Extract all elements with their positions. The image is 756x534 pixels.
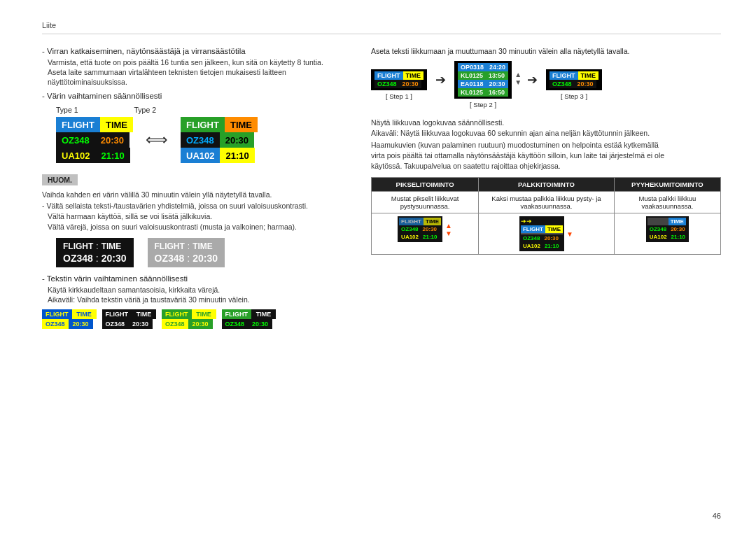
mb2-r2c2: 20:30 (128, 319, 153, 329)
pixel-board1: FLIGHT TIME OZ348 20:30 UA102 (398, 216, 442, 242)
type2-label: Type 2 (134, 106, 157, 114)
type-labels: Type 1 Type 2 (56, 106, 350, 114)
col3-text: Musta palkki liikkuu vaakasuunnassa. (614, 192, 720, 213)
bb1-r2-value: 20:30 (102, 253, 127, 264)
t2-r2c2: 20:30 (220, 132, 254, 148)
mini-boards-row: FLIGHT TIME OZ348 20:30 FLIGHT TIME (42, 309, 350, 329)
pixel-demo-cell: FLIGHT TIME OZ348 20:30 UA102 (372, 213, 479, 255)
s3-r1c1: FLIGHT (550, 71, 578, 80)
content-area: - Virran katkaiseminen, näytönsäästäjä j… (42, 47, 721, 329)
mb3-r1c1: FLIGHT (162, 309, 192, 319)
pb-r3c1: UA102 (521, 242, 542, 250)
mb4-r1c1: FLIGHT (222, 309, 252, 319)
t2-r3c1: UA102 (181, 148, 220, 163)
avoid1: - Vältä sellaista teksti-/taustavärien y… (42, 202, 350, 210)
s1-r1c1: FLIGHT (374, 71, 403, 80)
header: Liite (42, 21, 721, 34)
pyyhekumi-demo-cell: TIME OZ348 20:30 UA102 21:10 (614, 213, 720, 255)
scroll-title: Näytä liikkuvaa logokuvaa säännöllisesti… (371, 118, 721, 127)
mb3-r2c1: OZ348 (162, 319, 188, 329)
mb2-r1c2: TIME (132, 309, 156, 319)
py-r2c1: OZ348 (648, 225, 668, 233)
two-boards-row: FLIGHT : TIME OZ348 : 20:30 FLIGHT : (56, 238, 350, 267)
color-swap-demo: FLIGHT TIME OZ348 20:30 UA102 21:10 ⟺ (56, 117, 350, 163)
pb-r2c2: 20:30 (542, 234, 560, 242)
left-column: - Virran katkaiseminen, näytönsäästäjä j… (42, 47, 350, 329)
mb4-r2c1: OZ348 (222, 319, 248, 329)
palkki-arrows: ▼ (566, 230, 573, 238)
pyy-board: TIME OZ348 20:30 UA102 21:10 (646, 216, 689, 242)
mb2-r1c1: FLIGHT (102, 309, 132, 319)
t2-r3c2: 21:10 (220, 148, 254, 163)
pd-b1-r3c2: 21:10 (421, 233, 439, 241)
col2-text: Kaksi mustaa palkkia liikkuu pysty- ja v… (479, 192, 615, 213)
huom-container: HUOM. (42, 170, 350, 188)
pb-r2c1: OZ348 (521, 234, 542, 242)
pd-b1-r2c2: 20:30 (421, 225, 439, 233)
bb1-r1-value: TIME (102, 241, 122, 251)
s2-r3c2: 20:30 (486, 80, 508, 88)
s3-r2c1: OZ348 (550, 80, 575, 88)
step3-label: [ Step 3 ] (561, 92, 587, 100)
scroll-sub: Aikaväli: Näytä liikkuvaa logokuvaa 60 s… (371, 129, 721, 137)
py-r3c1: UA102 (648, 233, 669, 241)
gray-board: FLIGHT : TIME OZ348 : 20:30 (148, 238, 225, 267)
section3-bullet: - Tekstin värin vaihtaminen säännöllises… (42, 274, 350, 283)
step1-box: FLIGHT TIME OZ348 20:30 [ Step 1 ] (371, 69, 427, 100)
pixel-arrows: ▲ ▼ (445, 222, 452, 237)
scroll-arrows: ▲ ▼ (514, 71, 522, 86)
t1-r3c1: UA102 (56, 148, 95, 163)
avoid3: Vältä värejä, joissa on suuri valoisuusk… (48, 223, 350, 231)
section1-sub2: Aseta laite sammumaan virtalähteen tekni… (48, 68, 350, 76)
col3-header: PYYHEKUMITOIMINTO (614, 178, 720, 192)
py-r0 (648, 218, 668, 225)
arrow-up: ▲ (514, 71, 522, 78)
s2-r4c2: 16:50 (486, 88, 507, 97)
t1-r1c2: TIME (100, 117, 133, 132)
gb-r2-label: OZ348 (155, 253, 185, 264)
s2-r1c2: 24:20 (486, 63, 508, 71)
s2-r4c1: KL0125 (458, 88, 486, 97)
mini-board-2: FLIGHT TIME OZ348 20:30 (102, 309, 157, 329)
step1-board: FLIGHT TIME OZ348 20:30 (371, 69, 427, 90)
bb1-r1-label: FLIGHT (63, 241, 93, 251)
black-board: FLIGHT : TIME OZ348 : 20:30 (56, 238, 134, 267)
pa-up: ▲ (445, 222, 452, 230)
s3-r1c2: TIME (578, 71, 599, 80)
s2-r1c1: OP0318 (458, 63, 486, 71)
step3-box: FLIGHT TIME OZ348 20:30 [ Step 3 ] (546, 69, 602, 100)
bb1-r2-label: OZ348 (63, 253, 93, 264)
s1-r1c2: TIME (403, 71, 424, 80)
step2-label: [ Step 2 ] (470, 101, 496, 108)
t1-r3c2: 21:10 (95, 148, 130, 163)
page: Liite - Virran katkaiseminen, näytönsääs… (0, 0, 756, 534)
s1-r2c1: OZ348 (374, 80, 400, 88)
palkki-board: ➔➔ FLIGHT TIME OZ348 20:30 (519, 216, 564, 251)
pd-b1-r2c1: OZ348 (399, 225, 420, 233)
t1-r2c1: OZ348 (56, 132, 95, 148)
t1-r1c1: FLIGHT (56, 117, 100, 132)
pb-r1c1: FLIGHT (521, 225, 545, 233)
ghost-sub2: käytössä. Takuupalvelua on saatettu rajo… (371, 162, 721, 170)
bb1-r1-colon: : (96, 241, 98, 251)
t2-r1c2: TIME (225, 117, 258, 132)
section3-sub1: Käytä kirkkaudeltaan samantasoisia, kirk… (48, 286, 350, 294)
pd-b1-r1c1: FLIGHT (399, 218, 424, 225)
py-r3c2: 21:10 (669, 233, 687, 241)
t2-r1c1: FLIGHT (181, 117, 225, 132)
col1-header: PIKSELITOIMINTO (372, 178, 479, 192)
mb1-r1c2: TIME (72, 309, 97, 319)
s2-r2c2: 13:50 (486, 71, 507, 80)
s2-r2c1: KL0125 (458, 71, 486, 80)
t1-r2c2: 20:30 (95, 132, 130, 148)
section2-bullet: - Värin vaihtaminen säännöllisesti (42, 92, 350, 100)
bb1-r2-colon: : (96, 253, 99, 264)
py-r1c2: TIME (668, 218, 686, 225)
py-r2c2: 20:30 (668, 225, 687, 233)
arrow-down: ▼ (514, 78, 522, 86)
gb-r1-label: FLIGHT (155, 241, 185, 251)
palkki-demo-cell: ➔➔ FLIGHT TIME OZ348 20:30 (479, 213, 615, 255)
pk-down: ▼ (566, 230, 573, 238)
step3-board: FLIGHT TIME OZ348 20:30 (546, 69, 602, 90)
gb-r1-colon: : (188, 241, 190, 251)
